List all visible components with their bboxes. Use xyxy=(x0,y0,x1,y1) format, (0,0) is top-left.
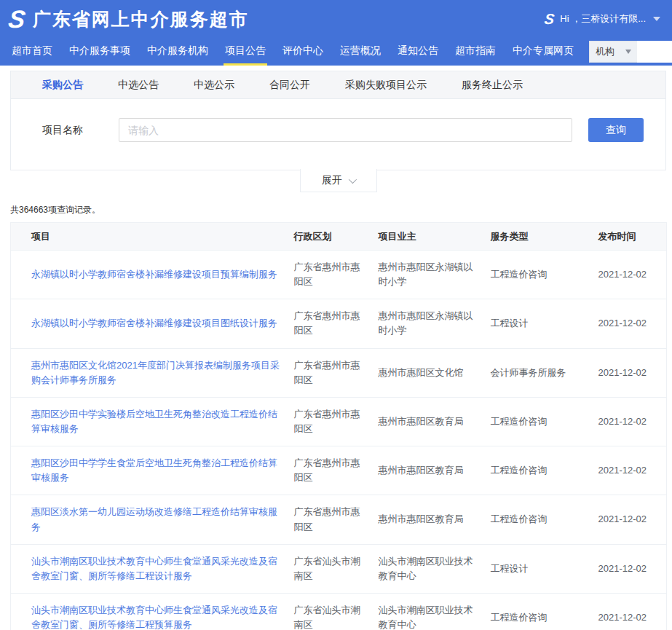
project-cell: 永湖镇以时小学教师宿舍楼补漏维修建设项目图纸设计服务 xyxy=(11,299,294,348)
nav-items: 超市首页中介服务事项中介服务机构项目公告评价中心运营概况通知公告超市指南中介专属… xyxy=(10,38,589,66)
table-header-cell: 服务类型 xyxy=(491,223,598,251)
date-cell: 2021-12-02 xyxy=(598,446,667,495)
type-cell: 工程设计 xyxy=(491,299,598,348)
region-cell: 广东省惠州市惠阳区 xyxy=(294,446,379,495)
filter-form: 项目名称 查询 xyxy=(11,99,665,170)
table-row: 惠阳区沙田中学学生食堂后空地卫生死角整治工程造价结算审核服务 广东省惠州市惠阳区… xyxy=(11,446,667,495)
tab-item[interactable]: 合同公开 xyxy=(269,79,310,92)
project-cell: 汕头市潮南区职业技术教育中心师生食堂通风采光改造及宿舍教室门窗、厕所等修缮工程设… xyxy=(11,544,294,593)
date-cell: 2021-12-02 xyxy=(598,593,667,630)
nav-item[interactable]: 中介服务机构 xyxy=(146,38,210,66)
type-cell: 工程设计 xyxy=(491,544,598,593)
owner-cell: 汕头市潮南区职业技术教育中心 xyxy=(379,593,491,630)
owner-cell: 惠州市惠阳区教育局 xyxy=(379,446,491,495)
table-header-cell: 项目 xyxy=(11,223,294,251)
owner-cell: 惠州市惠阳区教育局 xyxy=(379,495,491,544)
project-link[interactable]: 汕头市潮南区职业技术教育中心师生食堂通风采光改造及宿舍教室门窗、厕所等修缮工程设… xyxy=(31,556,277,581)
table-row: 惠阳区淡水第一幼儿园运动场改造修缮工程造价结算审核服务 广东省惠州市惠阳区 惠州… xyxy=(11,495,667,544)
type-cell: 工程造价咨询 xyxy=(491,251,598,299)
table-header-cell: 发布时间 xyxy=(598,223,667,251)
project-cell: 惠阳区沙田中学学生食堂后空地卫生死角整治工程造价结算审核服务 xyxy=(11,446,294,495)
tab-item[interactable]: 采购公告 xyxy=(42,79,83,92)
table-row: 汕头市潮南区职业技术教育中心师生食堂通风采光改造及宿舍教室门窗、厕所等修缮工程预… xyxy=(11,593,667,630)
type-cell: 工程造价咨询 xyxy=(491,397,598,446)
owner-cell: 惠州市惠阳区教育局 xyxy=(379,397,491,446)
type-cell: 工程造价咨询 xyxy=(491,495,598,544)
query-button[interactable]: 查询 xyxy=(588,118,644,142)
results-table: 项目行政区划项目业主服务类型发布时间 永湖镇以时小学教师宿舍楼补漏维修建设项目预… xyxy=(10,222,667,630)
table-row: 惠阳区沙田中学实验楼后空地卫生死角整治改造工程造价结算审核服务 广东省惠州市惠阳… xyxy=(11,397,667,446)
project-link[interactable]: 惠阳区沙田中学学生食堂后空地卫生死角整治工程造价结算审核服务 xyxy=(31,457,277,483)
date-cell: 2021-12-02 xyxy=(598,495,667,544)
project-link[interactable]: 汕头市潮南区职业技术教育中心师生食堂通风采光改造及宿舍教室门窗、厕所等修缮工程预… xyxy=(31,605,277,630)
tab-item[interactable]: 服务终止公示 xyxy=(462,79,523,92)
expand-button[interactable]: 展开 xyxy=(300,169,377,192)
project-name-label: 项目名称 xyxy=(42,124,93,137)
nav-search-input[interactable] xyxy=(637,41,672,63)
main-content: 采购公告中选公告中选公示合同公开采购失败项目公示服务终止公示 项目名称 查询 展… xyxy=(10,71,666,630)
project-link[interactable]: 永湖镇以时小学教师宿舍楼补漏维修建设项目图纸设计服务 xyxy=(31,318,277,328)
table-header-cell: 行政区划 xyxy=(294,223,379,251)
tab-item[interactable]: 采购失败项目公示 xyxy=(345,79,427,92)
nav-item[interactable]: 评价中心 xyxy=(281,38,325,66)
project-cell: 永湖镇以时小学教师宿舍楼补漏维修建设项目预算编制服务 xyxy=(11,251,294,299)
project-link[interactable]: 惠阳区沙田中学实验楼后空地卫生死角整治改造工程造价结算审核服务 xyxy=(31,409,277,434)
project-name-input[interactable] xyxy=(119,118,572,142)
owner-cell: 汕头市潮南区职业技术教育中心 xyxy=(379,544,491,593)
nav-item[interactable]: 中介专属网页 xyxy=(511,38,575,66)
site-logo-icon: S xyxy=(7,7,27,31)
project-cell: 惠阳区淡水第一幼儿园运动场改造修缮工程造价结算审核服务 xyxy=(11,495,294,544)
owner-cell: 惠州市惠阳区文化馆 xyxy=(379,348,491,397)
search-category-value: 机构 xyxy=(596,45,614,58)
nav-item[interactable]: 通知公告 xyxy=(396,38,440,66)
region-cell: 广东省惠州市惠阳区 xyxy=(294,495,379,544)
nav-item[interactable]: 中介服务事项 xyxy=(68,38,132,66)
date-cell: 2021-12-02 xyxy=(598,348,667,397)
date-cell: 2021-12-02 xyxy=(598,251,667,299)
table-row: 惠州市惠阳区文化馆2021年度部门决算报表编制服务项目采购会计师事务所服务 广东… xyxy=(11,348,667,397)
nav-item[interactable]: 超市指南 xyxy=(454,38,497,66)
project-link[interactable]: 惠州市惠阳区文化馆2021年度部门决算报表编制服务项目采购会计师事务所服务 xyxy=(31,360,280,385)
table-row: 汕头市潮南区职业技术教育中心师生食堂通风采光改造及宿舍教室门窗、厕所等修缮工程设… xyxy=(11,544,667,593)
account-logo-icon: S xyxy=(543,11,556,28)
nav-item[interactable]: 超市首页 xyxy=(10,38,54,66)
table-header-cell: 项目业主 xyxy=(379,223,491,251)
region-cell: 广东省汕头市潮南区 xyxy=(294,544,379,593)
table-header-row: 项目行政区划项目业主服务类型发布时间 xyxy=(11,223,667,251)
region-cell: 广东省汕头市潮南区 xyxy=(294,593,379,630)
date-cell: 2021-12-02 xyxy=(598,544,667,593)
results-summary: 共364663项查询记录。 xyxy=(10,204,666,216)
tab-item[interactable]: 中选公告 xyxy=(118,79,159,92)
account-name: Hi ，三桥设计有限... xyxy=(560,12,646,25)
date-cell: 2021-12-02 xyxy=(598,397,667,446)
chevron-down-icon xyxy=(349,175,357,183)
chevron-down-icon xyxy=(625,50,631,54)
region-cell: 广东省惠州市惠阳区 xyxy=(294,251,379,299)
type-cell: 会计师事务所服务 xyxy=(491,348,598,397)
type-cell: 工程造价咨询 xyxy=(491,446,598,495)
owner-cell: 惠州市惠阳区永湖镇以时小学 xyxy=(379,251,491,299)
nav-search: 机构 xyxy=(589,41,672,62)
type-cell: 工程造价咨询 xyxy=(491,593,598,630)
owner-cell: 惠州市惠阳区永湖镇以时小学 xyxy=(379,299,491,348)
region-cell: 广东省惠州市惠阳区 xyxy=(294,397,379,446)
announcement-tabs: 采购公告中选公告中选公示合同公开采购失败项目公示服务终止公示 xyxy=(11,71,665,99)
filter-card: 采购公告中选公告中选公示合同公开采购失败项目公示服务终止公示 项目名称 查询 展… xyxy=(10,71,666,170)
tab-item[interactable]: 中选公示 xyxy=(194,79,234,92)
main-navbar: 超市首页中介服务事项中介服务机构项目公告评价中心运营概况通知公告超市指南中介专属… xyxy=(0,38,672,66)
nav-item[interactable]: 运营概况 xyxy=(339,38,382,66)
table-row: 永湖镇以时小学教师宿舍楼补漏维修建设项目图纸设计服务 广东省惠州市惠阳区 惠州市… xyxy=(11,299,667,348)
project-cell: 惠州市惠阳区文化馆2021年度部门决算报表编制服务项目采购会计师事务所服务 xyxy=(11,348,294,397)
site-brand: S 广东省网上中介服务超市 xyxy=(9,7,249,31)
project-cell: 惠阳区沙田中学实验楼后空地卫生死角整治改造工程造价结算审核服务 xyxy=(11,397,294,446)
region-cell: 广东省惠州市惠阳区 xyxy=(294,348,379,397)
project-link[interactable]: 惠阳区淡水第一幼儿园运动场改造修缮工程造价结算审核服务 xyxy=(31,506,277,532)
project-link[interactable]: 永湖镇以时小学教师宿舍楼补漏维修建设项目预算编制服务 xyxy=(31,269,277,280)
nav-item[interactable]: 项目公告 xyxy=(224,38,267,66)
site-title: 广东省网上中介服务超市 xyxy=(33,7,249,31)
search-category-select[interactable]: 机构 xyxy=(589,41,637,63)
project-cell: 汕头市潮南区职业技术教育中心师生食堂通风采光改造及宿舍教室门窗、厕所等修缮工程预… xyxy=(11,593,294,630)
date-cell: 2021-12-02 xyxy=(598,299,667,348)
chevron-down-icon xyxy=(653,17,660,21)
account-menu[interactable]: S Hi ，三桥设计有限... xyxy=(545,11,660,28)
